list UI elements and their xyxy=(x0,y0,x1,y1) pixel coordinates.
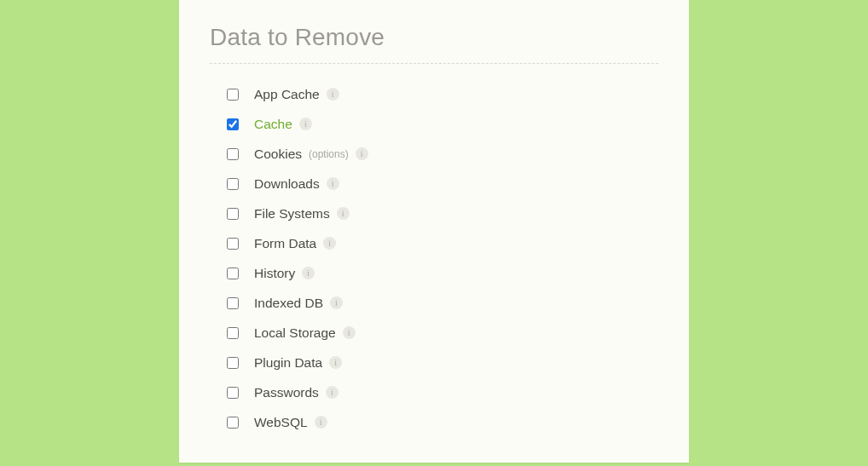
label-form-data[interactable]: Form Data xyxy=(254,236,316,251)
label-websql[interactable]: WebSQL xyxy=(254,415,308,430)
checkbox-indexed-db[interactable] xyxy=(227,297,239,309)
option-row-app-cache: App Cachei xyxy=(227,79,658,109)
info-icon[interactable]: i xyxy=(343,326,356,339)
option-row-downloads: Downloadsi xyxy=(227,169,658,198)
info-icon[interactable]: i xyxy=(356,147,368,160)
label-history[interactable]: History xyxy=(254,266,295,281)
checkbox-history[interactable] xyxy=(227,268,239,279)
info-icon[interactable]: i xyxy=(337,207,350,220)
option-row-passwords: Passwordsi xyxy=(227,377,658,407)
option-row-file-systems: File Systemsi xyxy=(227,198,658,228)
checkbox-app-cache[interactable] xyxy=(227,89,239,101)
checkbox-cache[interactable] xyxy=(227,118,239,130)
info-icon[interactable]: i xyxy=(326,386,339,399)
checkbox-plugin-data[interactable] xyxy=(227,357,239,369)
label-indexed-db[interactable]: Indexed DB xyxy=(254,296,323,311)
option-row-indexed-db: Indexed DBi xyxy=(227,288,658,318)
label-cookies[interactable]: Cookies xyxy=(254,147,302,162)
checkbox-file-systems[interactable] xyxy=(227,208,239,220)
label-app-cache[interactable]: App Cache xyxy=(254,87,320,102)
checkbox-websql[interactable] xyxy=(227,417,239,429)
option-list: App CacheiCacheiCookies(options)iDownloa… xyxy=(210,79,658,437)
label-local-storage[interactable]: Local Storage xyxy=(254,325,336,341)
info-icon[interactable]: i xyxy=(315,416,327,429)
divider xyxy=(210,63,658,64)
label-cache[interactable]: Cache xyxy=(254,117,292,132)
label-plugin-data[interactable]: Plugin Data xyxy=(254,355,322,371)
info-icon[interactable]: i xyxy=(327,177,339,190)
label-downloads[interactable]: Downloads xyxy=(254,176,320,192)
info-icon[interactable]: i xyxy=(327,88,339,101)
options-link-cookies[interactable]: (options) xyxy=(309,148,349,160)
option-row-local-storage: Local Storagei xyxy=(227,318,658,348)
option-row-websql: WebSQLi xyxy=(227,407,658,437)
info-icon[interactable]: i xyxy=(299,118,312,130)
info-icon[interactable]: i xyxy=(329,356,342,369)
option-row-plugin-data: Plugin Datai xyxy=(227,348,658,377)
label-passwords[interactable]: Passwords xyxy=(254,385,319,400)
info-icon[interactable]: i xyxy=(330,296,343,309)
info-icon[interactable]: i xyxy=(302,267,315,279)
checkbox-passwords[interactable] xyxy=(227,387,239,399)
option-row-form-data: Form Datai xyxy=(227,228,658,258)
option-row-history: Historyi xyxy=(227,258,658,288)
checkbox-local-storage[interactable] xyxy=(227,327,239,339)
option-row-cookies: Cookies(options)i xyxy=(227,139,658,169)
panel-title: Data to Remove xyxy=(210,24,658,51)
checkbox-downloads[interactable] xyxy=(227,178,239,190)
data-to-remove-panel: Data to Remove App CacheiCacheiCookies(o… xyxy=(179,0,689,463)
info-icon[interactable]: i xyxy=(323,237,336,250)
checkbox-cookies[interactable] xyxy=(227,148,239,160)
option-row-cache: Cachei xyxy=(227,109,658,139)
checkbox-form-data[interactable] xyxy=(227,238,239,250)
label-file-systems[interactable]: File Systems xyxy=(254,206,330,221)
